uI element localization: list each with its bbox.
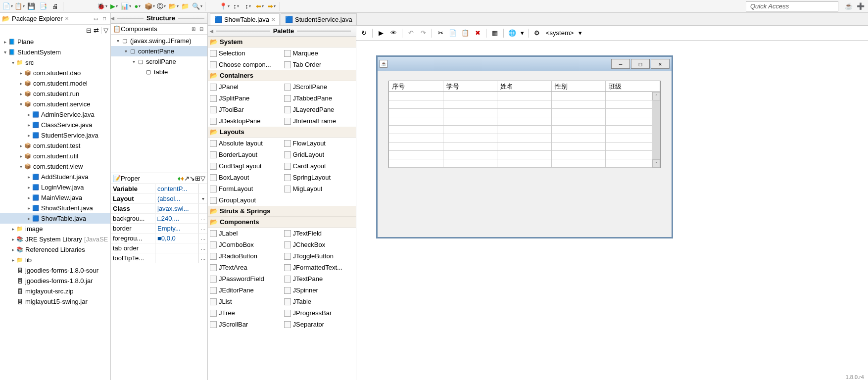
tree-item-plane[interactable]: ▸📘Plane: [0, 37, 110, 47]
jframe-preview[interactable]: ☕ — □ ✕ 序号学号姓名性别班级 ˄: [376, 55, 673, 238]
link-editor-button[interactable]: ⇄: [94, 27, 99, 34]
palette-item[interactable]: JLayeredPane: [282, 104, 356, 115]
property-edit-button[interactable]: …: [198, 243, 207, 253]
property-edit-button[interactable]: …: [198, 234, 207, 243]
tree-item-lib[interactable]: ▸📁lib: [0, 255, 110, 265]
palette-item[interactable]: JTextArea: [208, 262, 282, 273]
property-row[interactable]: Classjavax.swi...: [111, 204, 207, 214]
open-task-button[interactable]: 📁: [180, 1, 191, 12]
palette-item[interactable]: JSplitPane: [208, 93, 282, 104]
save-button[interactable]: 💾: [26, 1, 37, 12]
run-last-button[interactable]: ●: [132, 1, 143, 12]
redo-button[interactable]: ↷: [418, 28, 429, 39]
property-edit-button[interactable]: …: [198, 214, 207, 223]
palette-item[interactable]: JProgressBar: [282, 307, 356, 319]
property-edit-button[interactable]: …: [198, 253, 207, 263]
component-item[interactable]: ▢table: [111, 67, 207, 77]
print-button[interactable]: 🖨: [49, 1, 60, 12]
property-edit-button[interactable]: …: [198, 224, 207, 233]
delete-button[interactable]: ✖: [472, 28, 483, 39]
property-row[interactable]: Layout(absol...▾: [111, 194, 207, 204]
save-all-button[interactable]: 📑: [38, 1, 48, 12]
back-button[interactable]: ⬅: [254, 1, 265, 12]
cut-button[interactable]: ✂: [435, 28, 446, 39]
tree-item-jre-system-library[interactable]: ▸📚JRE System Library[JavaSE: [0, 234, 110, 244]
minimize-button[interactable]: ▭: [92, 15, 99, 23]
tree-item-showtable-java[interactable]: ▸🟦ShowTable.java: [0, 213, 110, 224]
undo-button[interactable]: ↶: [405, 28, 416, 39]
palette-item[interactable]: JTabbedPane: [282, 93, 356, 104]
close-tab-button[interactable]: ✕: [271, 17, 275, 22]
palette-item[interactable]: MigLayout: [282, 183, 356, 194]
copy-button[interactable]: 📄: [447, 28, 458, 39]
quick-access-input[interactable]: [746, 1, 838, 11]
tree-item-com-student-util[interactable]: ▸📦com.student.util: [0, 151, 110, 161]
property-edit-button[interactable]: [198, 204, 207, 213]
tree-item-com-student-service[interactable]: ▾📦com.student.service: [0, 99, 110, 109]
palette-item[interactable]: JToolBar: [208, 104, 282, 115]
palette-item[interactable]: JScrollPane: [282, 81, 356, 93]
property-row[interactable]: tab order…: [111, 243, 207, 253]
maximize-button[interactable]: □: [100, 15, 108, 23]
tree-item-classservice-java[interactable]: ▸🟦ClassService.java: [0, 120, 110, 130]
palette-item[interactable]: Selection: [208, 48, 282, 59]
tree-item-jgoodies-forms-1-8-0-jar[interactable]: 🗄jgoodies-forms-1.8.0.jar: [0, 276, 110, 286]
property-row[interactable]: foregrou...■0,0,0…: [111, 234, 207, 243]
palette-item[interactable]: BorderLayout: [208, 149, 282, 160]
table-scrollbar[interactable]: ˄ ˅: [652, 92, 660, 168]
palette-item[interactable]: GridLayout: [282, 149, 356, 160]
search-button[interactable]: 🔍: [192, 1, 202, 12]
palette-item[interactable]: JTree: [208, 307, 282, 319]
palette-item[interactable]: JInternalFrame: [282, 115, 356, 127]
prev-annotation-button[interactable]: ↕: [242, 1, 253, 12]
tree-item-mainview-java[interactable]: ▸🟦MainView.java: [0, 192, 110, 203]
test-button[interactable]: ▶: [376, 28, 386, 39]
prop-btn-4[interactable]: ↘: [190, 175, 195, 182]
palette-item[interactable]: GridBagLayout: [208, 160, 282, 172]
debug-button[interactable]: 🐞: [96, 1, 107, 12]
property-row[interactable]: VariablecontentP...: [111, 184, 207, 194]
collapse-all-button[interactable]: ⊟: [86, 27, 92, 34]
prop-menu-button[interactable]: ▽: [200, 175, 205, 182]
palette-item[interactable]: BoxLayout: [208, 172, 282, 183]
property-row[interactable]: borderEmpty...…: [111, 224, 207, 234]
new-package-button[interactable]: 📦: [144, 1, 155, 12]
palette-item[interactable]: JCheckBox: [282, 239, 356, 250]
property-row[interactable]: toolTipTe...…: [111, 253, 207, 263]
forward-button[interactable]: ➡: [266, 1, 277, 12]
view-menu-button[interactable]: ▽: [103, 27, 108, 34]
tree-item-studentservice-java[interactable]: ▸🟦StudentService.java: [0, 130, 110, 141]
palette-item[interactable]: Choose compon...: [208, 59, 282, 70]
tree-item-src[interactable]: ▾📁src: [0, 57, 110, 68]
palette-item[interactable]: JFormattedText...: [282, 262, 356, 273]
palette-category[interactable]: 📂Layouts: [208, 127, 356, 138]
jtable-preview[interactable]: 序号学号姓名性别班级 ˄ ˅: [388, 81, 661, 168]
component-item[interactable]: ▾▢contentPane: [111, 46, 207, 56]
new-wizard-button[interactable]: 📋: [14, 1, 25, 12]
close-icon[interactable]: ✕: [65, 16, 69, 21]
editor-tab[interactable]: 🟦ShowTable.java✕: [210, 13, 280, 25]
tree-item-com-student-view[interactable]: ▾📦com.student.view: [0, 161, 110, 172]
globe-dropdown[interactable]: ▾: [519, 28, 525, 39]
palette-item[interactable]: FlowLayout: [282, 138, 356, 149]
tree-item-com-student-dao[interactable]: ▸📦com.student.dao: [0, 68, 110, 78]
palette-item[interactable]: FormLayout: [208, 183, 282, 194]
prop-btn-2[interactable]: ♦: [181, 175, 184, 182]
palette-item[interactable]: JSpinner: [282, 285, 356, 296]
property-edit-button[interactable]: [198, 184, 207, 193]
tree-item-loginview-java[interactable]: ▸🟦LoginView.java: [0, 182, 110, 192]
prop-btn-5[interactable]: ⊞: [195, 175, 200, 182]
palette-category[interactable]: 📂Components: [208, 217, 356, 228]
toggle-mark-button[interactable]: 📍: [219, 1, 230, 12]
preview-button[interactable]: 👁: [388, 28, 399, 39]
tree-item-addstudent-java[interactable]: ▸🟦AddStudent.java: [0, 172, 110, 182]
palette-item[interactable]: JPasswordField: [208, 273, 282, 285]
palette-item[interactable]: JTextField: [282, 228, 356, 239]
tree-item-jgoodies-forms-1-8-0-sour[interactable]: 🗄jgoodies-forms-1.8.0-sour: [0, 265, 110, 276]
palette-item[interactable]: JRadioButton: [208, 250, 282, 262]
palette-item[interactable]: JLabel: [208, 228, 282, 239]
prop-btn-3[interactable]: ↗: [184, 175, 190, 182]
palette-category[interactable]: 📂Containers: [208, 70, 356, 81]
run-button[interactable]: ▶: [108, 1, 119, 12]
tree-item-referenced-libraries[interactable]: ▸📚Referenced Libraries: [0, 244, 110, 255]
